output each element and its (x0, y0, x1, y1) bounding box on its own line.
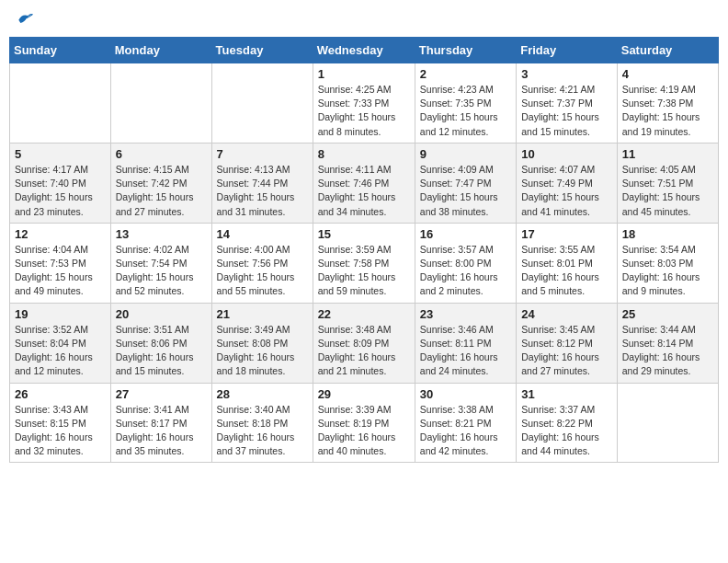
calendar-week-row: 1Sunrise: 4:25 AM Sunset: 7:33 PM Daylig… (10, 63, 719, 144)
calendar-cell: 16Sunrise: 3:57 AM Sunset: 8:00 PM Dayli… (415, 223, 516, 303)
day-number: 31 (521, 387, 612, 401)
calendar-cell: 17Sunrise: 3:55 AM Sunset: 8:01 PM Dayli… (517, 223, 618, 303)
day-of-week-header: Monday (110, 38, 211, 63)
calendar-cell: 1Sunrise: 4:25 AM Sunset: 7:33 PM Daylig… (313, 63, 415, 144)
day-number: 23 (420, 307, 511, 321)
day-info: Sunrise: 4:23 AM Sunset: 7:35 PM Dayligh… (420, 83, 511, 139)
day-of-week-header: Wednesday (313, 38, 415, 63)
calendar-cell: 8Sunrise: 4:11 AM Sunset: 7:46 PM Daylig… (313, 143, 415, 223)
day-info: Sunrise: 3:39 AM Sunset: 8:19 PM Dayligh… (318, 403, 410, 459)
day-number: 1 (318, 67, 410, 81)
day-number: 11 (622, 147, 713, 161)
day-info: Sunrise: 4:05 AM Sunset: 7:51 PM Dayligh… (622, 163, 713, 219)
calendar-cell (110, 63, 211, 144)
day-info: Sunrise: 3:40 AM Sunset: 8:18 PM Dayligh… (217, 403, 308, 459)
day-info: Sunrise: 3:57 AM Sunset: 8:00 PM Dayligh… (420, 243, 511, 299)
calendar-cell (10, 63, 111, 144)
day-number: 21 (217, 307, 308, 321)
day-number: 17 (521, 227, 612, 241)
day-info: Sunrise: 4:00 AM Sunset: 7:56 PM Dayligh… (217, 243, 308, 299)
day-info: Sunrise: 3:43 AM Sunset: 8:15 PM Dayligh… (15, 403, 106, 459)
day-info: Sunrise: 3:49 AM Sunset: 8:08 PM Dayligh… (217, 323, 308, 379)
calendar-cell: 22Sunrise: 3:48 AM Sunset: 8:09 PM Dayli… (313, 303, 415, 383)
day-number: 18 (622, 227, 713, 241)
day-info: Sunrise: 4:15 AM Sunset: 7:42 PM Dayligh… (116, 163, 207, 219)
day-info: Sunrise: 4:25 AM Sunset: 7:33 PM Dayligh… (318, 83, 410, 139)
day-number: 29 (318, 387, 410, 401)
day-number: 9 (420, 147, 511, 161)
day-number: 27 (116, 387, 207, 401)
day-info: Sunrise: 4:09 AM Sunset: 7:47 PM Dayligh… (420, 163, 511, 219)
calendar-cell: 20Sunrise: 3:51 AM Sunset: 8:06 PM Dayli… (110, 303, 211, 383)
day-number: 25 (622, 307, 713, 321)
day-number: 12 (15, 227, 106, 241)
calendar-cell: 28Sunrise: 3:40 AM Sunset: 8:18 PM Dayli… (211, 383, 313, 463)
calendar-cell: 31Sunrise: 3:37 AM Sunset: 8:22 PM Dayli… (517, 383, 618, 463)
day-info: Sunrise: 4:17 AM Sunset: 7:40 PM Dayligh… (15, 163, 106, 219)
day-info: Sunrise: 4:04 AM Sunset: 7:53 PM Dayligh… (15, 243, 106, 299)
calendar-cell: 11Sunrise: 4:05 AM Sunset: 7:51 PM Dayli… (617, 143, 718, 223)
day-number: 16 (420, 227, 511, 241)
day-number: 13 (116, 227, 207, 241)
calendar-cell: 2Sunrise: 4:23 AM Sunset: 7:35 PM Daylig… (415, 63, 516, 144)
calendar-week-row: 26Sunrise: 3:43 AM Sunset: 8:15 PM Dayli… (10, 383, 719, 463)
day-info: Sunrise: 3:54 AM Sunset: 8:03 PM Dayligh… (622, 243, 713, 299)
day-number: 14 (217, 227, 308, 241)
day-info: Sunrise: 3:44 AM Sunset: 8:14 PM Dayligh… (622, 323, 713, 379)
calendar-table: SundayMondayTuesdayWednesdayThursdayFrid… (9, 37, 719, 463)
day-number: 5 (15, 147, 106, 161)
calendar-cell: 25Sunrise: 3:44 AM Sunset: 8:14 PM Dayli… (617, 303, 718, 383)
calendar-cell: 24Sunrise: 3:45 AM Sunset: 8:12 PM Dayli… (517, 303, 618, 383)
day-info: Sunrise: 3:41 AM Sunset: 8:17 PM Dayligh… (116, 403, 207, 459)
calendar-cell: 12Sunrise: 4:04 AM Sunset: 7:53 PM Dayli… (10, 223, 111, 303)
day-number: 22 (318, 307, 410, 321)
logo (14, 9, 34, 28)
calendar-cell: 3Sunrise: 4:21 AM Sunset: 7:37 PM Daylig… (517, 63, 618, 144)
day-of-week-header: Sunday (10, 38, 111, 63)
day-of-week-header: Thursday (415, 38, 516, 63)
calendar-cell: 26Sunrise: 3:43 AM Sunset: 8:15 PM Dayli… (10, 383, 111, 463)
day-number: 4 (622, 67, 713, 81)
day-info: Sunrise: 3:59 AM Sunset: 7:58 PM Dayligh… (318, 243, 410, 299)
calendar-cell: 9Sunrise: 4:09 AM Sunset: 7:47 PM Daylig… (415, 143, 516, 223)
day-number: 24 (521, 307, 612, 321)
calendar-cell: 21Sunrise: 3:49 AM Sunset: 8:08 PM Dayli… (211, 303, 313, 383)
calendar-cell: 10Sunrise: 4:07 AM Sunset: 7:49 PM Dayli… (517, 143, 618, 223)
calendar-cell: 30Sunrise: 3:38 AM Sunset: 8:21 PM Dayli… (415, 383, 516, 463)
day-info: Sunrise: 3:46 AM Sunset: 8:11 PM Dayligh… (420, 323, 511, 379)
calendar-week-row: 12Sunrise: 4:04 AM Sunset: 7:53 PM Dayli… (10, 223, 719, 303)
day-of-week-header: Tuesday (211, 38, 313, 63)
day-number: 15 (318, 227, 410, 241)
logo-bird-icon (16, 9, 34, 28)
calendar-header-row: SundayMondayTuesdayWednesdayThursdayFrid… (10, 38, 719, 63)
calendar-cell: 19Sunrise: 3:52 AM Sunset: 8:04 PM Dayli… (10, 303, 111, 383)
calendar-cell: 13Sunrise: 4:02 AM Sunset: 7:54 PM Dayli… (110, 223, 211, 303)
day-number: 8 (318, 147, 410, 161)
calendar-cell: 18Sunrise: 3:54 AM Sunset: 8:03 PM Dayli… (617, 223, 718, 303)
day-info: Sunrise: 3:38 AM Sunset: 8:21 PM Dayligh… (420, 403, 511, 459)
day-info: Sunrise: 4:13 AM Sunset: 7:44 PM Dayligh… (217, 163, 308, 219)
day-info: Sunrise: 4:02 AM Sunset: 7:54 PM Dayligh… (116, 243, 207, 299)
calendar-cell: 15Sunrise: 3:59 AM Sunset: 7:58 PM Dayli… (313, 223, 415, 303)
day-info: Sunrise: 3:37 AM Sunset: 8:22 PM Dayligh… (521, 403, 612, 459)
day-number: 2 (420, 67, 511, 81)
page-header (9, 9, 719, 28)
calendar-cell: 23Sunrise: 3:46 AM Sunset: 8:11 PM Dayli… (415, 303, 516, 383)
day-number: 20 (116, 307, 207, 321)
day-info: Sunrise: 4:11 AM Sunset: 7:46 PM Dayligh… (318, 163, 410, 219)
calendar-cell (211, 63, 313, 144)
day-number: 19 (15, 307, 106, 321)
day-number: 26 (15, 387, 106, 401)
day-info: Sunrise: 4:19 AM Sunset: 7:38 PM Dayligh… (622, 83, 713, 139)
calendar-cell: 4Sunrise: 4:19 AM Sunset: 7:38 PM Daylig… (617, 63, 718, 144)
day-info: Sunrise: 3:48 AM Sunset: 8:09 PM Dayligh… (318, 323, 410, 379)
day-info: Sunrise: 3:51 AM Sunset: 8:06 PM Dayligh… (116, 323, 207, 379)
day-number: 3 (521, 67, 612, 81)
day-of-week-header: Friday (517, 38, 618, 63)
day-info: Sunrise: 3:45 AM Sunset: 8:12 PM Dayligh… (521, 323, 612, 379)
calendar-week-row: 5Sunrise: 4:17 AM Sunset: 7:40 PM Daylig… (10, 143, 719, 223)
calendar-cell: 29Sunrise: 3:39 AM Sunset: 8:19 PM Dayli… (313, 383, 415, 463)
day-number: 28 (217, 387, 308, 401)
day-number: 30 (420, 387, 511, 401)
day-info: Sunrise: 4:07 AM Sunset: 7:49 PM Dayligh… (521, 163, 612, 219)
